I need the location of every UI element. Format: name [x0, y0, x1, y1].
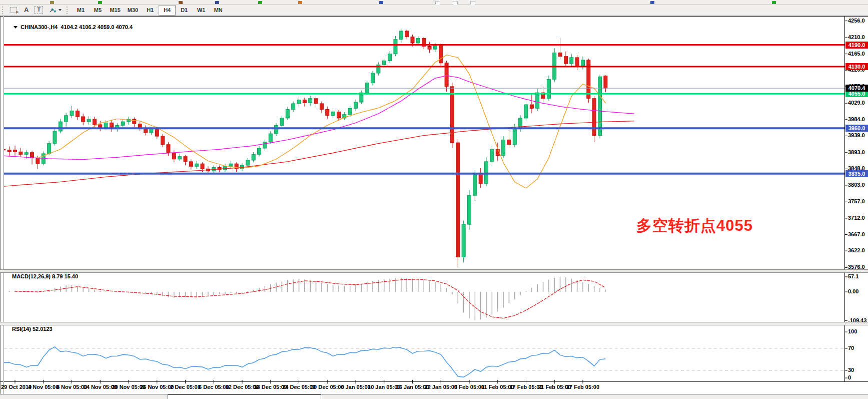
price-badge: 4130.0 — [845, 63, 868, 70]
ohlc-text: CHINA300-,H4 4104.2 4106.2 4059.0 4070.4 — [21, 24, 133, 30]
rsi-tick-label: 30 — [848, 367, 854, 373]
macd-histogram — [4, 277, 605, 320]
macd-tick-label: 0.00 — [848, 288, 858, 294]
rsi-line — [4, 347, 605, 377]
price-tick-label: 3622.0 — [848, 247, 865, 253]
panel-separator-rsi[interactable] — [0, 322, 868, 325]
time-tick-label: 27 Feb 05:00 — [560, 384, 605, 390]
chart-ohlc-header: CHINA300-,H4 4104.2 4106.2 4059.0 4070.4 — [8, 18, 133, 36]
symbol-dropdown-icon[interactable] — [14, 26, 18, 31]
price-badge: 3960.0 — [845, 125, 868, 132]
price-badge: 3835.0 — [845, 170, 868, 177]
chart-frame-left-inner — [3, 16, 4, 394]
price-tick-label: 3757.0 — [848, 198, 865, 204]
rsi-indicator-label: RSI(14) 52.0123 — [12, 326, 53, 332]
macd-tick-label: 57.1 — [848, 273, 858, 279]
rsi-tick-label: 70 — [848, 345, 854, 351]
price-tick-label: 4165.0 — [848, 51, 865, 57]
rsi-tick-label: 0 — [848, 374, 851, 380]
plot-area[interactable] — [2, 29, 607, 268]
price-tick-label: 4256.0 — [848, 18, 865, 24]
horizontal-scrollbar[interactable] — [0, 394, 868, 399]
mt4-window: F A T M1M5M15M30H1H4D1W1MN CHINA300-,H4 … — [0, 0, 868, 399]
price-tick-label: 4210.0 — [848, 34, 865, 40]
chart-text-annotation[interactable]: 多空转折点4055 — [636, 215, 753, 236]
price-badge: 4190.0 — [845, 42, 868, 49]
price-tick-label: 4029.0 — [848, 100, 865, 106]
price-tick-label: 3984.0 — [848, 116, 865, 122]
scrollbar-thumb[interactable] — [168, 394, 321, 399]
price-tick-label: 3939.0 — [848, 132, 865, 138]
price-tick-label: 3803.0 — [848, 182, 865, 188]
price-tick-label: 3667.0 — [848, 231, 865, 237]
chart-canvas[interactable] — [0, 0, 868, 399]
macd-indicator-label: MACD(12,26,9) 8.79 15.40 — [12, 273, 78, 279]
price-tick-label: 3893.0 — [848, 149, 865, 155]
panel-separator-macd[interactable] — [0, 269, 868, 273]
rsi-tick-label: 100 — [848, 328, 857, 334]
candlesticks — [2, 29, 607, 268]
chart-frame-left — [0, 16, 1, 394]
price-tick-label: 3712.0 — [848, 215, 865, 221]
price-badge: 4070.4 — [845, 85, 868, 92]
